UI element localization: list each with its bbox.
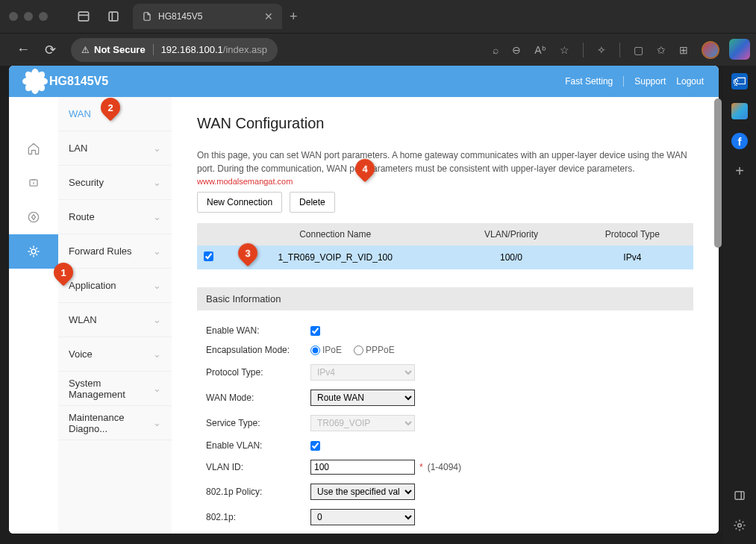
address-bar[interactable]: ⚠ Not Secure 192.168.100.1/index.asp: [71, 38, 278, 62]
service-type-select: TR069_VOIP: [310, 415, 415, 431]
forward-rules-icon[interactable]: [9, 234, 58, 269]
enable-wan-checkbox[interactable]: [310, 326, 320, 336]
nav-security[interactable]: Security⌄: [58, 166, 172, 200]
extensions-icon[interactable]: ✧: [597, 44, 606, 56]
facebook-icon[interactable]: f: [731, 133, 748, 149]
icon-sidebar: [9, 97, 58, 534]
label-vlan-id: VLAN ID:: [206, 462, 310, 472]
split-icon[interactable]: ▢: [634, 44, 643, 56]
route-icon[interactable]: [9, 200, 58, 234]
svg-point-4: [31, 249, 36, 254]
label-protocol-type: Protocol Type:: [206, 367, 310, 378]
sidebar-toggle-icon[interactable]: [76, 9, 91, 24]
content-pane: WAN Configuration On this page, you can …: [172, 97, 719, 534]
nav-lan[interactable]: LAN⌄: [58, 131, 172, 166]
nav-system-management[interactable]: System Management⌄: [58, 372, 172, 406]
nav-maintenance[interactable]: Maintenance Diagno...⌄: [58, 406, 172, 440]
wan-mode-select[interactable]: Route WAN: [310, 390, 415, 406]
fast-setting-link[interactable]: Fast Setting: [565, 76, 613, 87]
page-description: On this page, you can set WAN port param…: [197, 148, 693, 175]
nav-route[interactable]: Route⌄: [58, 200, 172, 234]
page-title: WAN Configuration: [197, 115, 693, 132]
url-path: /index.asp: [223, 44, 267, 55]
back-button[interactable]: ←: [16, 42, 30, 57]
support-link[interactable]: Support: [634, 76, 666, 87]
collections-icon[interactable]: ⊞: [679, 44, 688, 56]
window-controls[interactable]: [9, 12, 48, 21]
page-content: HG8145V5 Fast Setting Support Logout WAN…: [9, 66, 719, 534]
toolbar-actions: ⌕ ⊖ Aᵇ ☆ ✧ ▢ ✩ ⊞ ···: [493, 41, 747, 59]
label-8021p: 802.1p:: [206, 512, 310, 522]
wan-connections-table: Connection Name VLAN/Priority Protocol T…: [197, 223, 693, 269]
browser-tab[interactable]: HG8145V5 ✕: [133, 4, 282, 29]
copilot-icon[interactable]: [729, 39, 750, 60]
basic-info-header: Basic Information: [197, 287, 693, 310]
col-protocol-type: Protocol Type: [572, 223, 693, 246]
page-icon: [142, 11, 152, 22]
svg-point-6: [738, 524, 742, 528]
warning-icon: ⚠: [81, 45, 90, 55]
tab-title: HG8145V5: [158, 11, 202, 22]
zoom-out-icon[interactable]: ⊖: [512, 44, 521, 56]
watermark-text: www.modalsemangat.com: [197, 177, 693, 186]
read-aloud-icon[interactable]: Aᵇ: [534, 44, 546, 56]
logout-link[interactable]: Logout: [676, 76, 704, 87]
refresh-button[interactable]: ⟳: [45, 42, 56, 58]
new-tab-button[interactable]: +: [290, 9, 298, 25]
scrollbar[interactable]: [714, 99, 722, 248]
label-enable-wan: Enable WAN:: [206, 325, 310, 336]
row-select-checkbox[interactable]: [204, 251, 213, 261]
col-connection-name: Connection Name: [219, 223, 451, 246]
label-8021p-policy: 802.1p Policy:: [206, 487, 310, 497]
label-service-type: Service Type:: [206, 418, 310, 428]
nav-application[interactable]: Application⌄: [58, 269, 172, 303]
favorites-bar-icon[interactable]: ✩: [657, 44, 666, 56]
brand-text: HG8145V5: [49, 75, 108, 88]
brand-logo: HG8145V5: [24, 70, 108, 93]
add-sidebar-icon[interactable]: +: [731, 163, 748, 179]
protocol-type-select: IPv4: [310, 364, 415, 381]
enable-vlan-checkbox[interactable]: [310, 441, 320, 451]
home-icon[interactable]: [9, 131, 58, 166]
edge-sidebar: 🏷 f +: [723, 66, 756, 544]
security-label: Not Secure: [94, 44, 154, 55]
nav-voice[interactable]: Voice⌄: [58, 337, 172, 372]
label-encapsulation: Encapsulation Mode:: [206, 345, 310, 355]
svg-point-3: [28, 212, 38, 222]
nav-forward-rules[interactable]: Forward Rules⌄: [58, 234, 172, 269]
table-row[interactable]: 1_TR069_VOIP_R_VID_100 100/0 IPv4: [197, 246, 693, 269]
encap-ipoe-radio[interactable]: [310, 346, 320, 355]
cell-vlan: 100/0: [451, 246, 571, 269]
vlan-id-input[interactable]: [310, 460, 415, 475]
shopping-icon[interactable]: 🏷: [731, 73, 748, 90]
url-host: 192.168.100.1: [161, 44, 223, 55]
profile-avatar[interactable]: [702, 41, 719, 59]
svg-rect-5: [735, 492, 744, 500]
nav-sidebar: WAN LAN⌄ Security⌄ Route⌄ Forward Rules⌄…: [58, 97, 172, 534]
8021p-policy-select[interactable]: Use the specified value: [310, 484, 415, 500]
label-enable-vlan: Enable VLAN:: [206, 440, 310, 451]
cell-protocol: IPv4: [572, 246, 693, 269]
svg-rect-0: [78, 12, 88, 21]
new-connection-button[interactable]: New Connection: [197, 192, 282, 213]
label-wan-mode: WAN Mode:: [206, 393, 310, 403]
security-icon[interactable]: [9, 166, 58, 200]
encap-pppoe-radio[interactable]: [354, 346, 363, 355]
browser-tab-strip: HG8145V5 ✕ +: [0, 0, 756, 33]
8021p-select[interactable]: 0: [310, 509, 415, 525]
router-header: HG8145V5 Fast Setting Support Logout: [9, 66, 719, 97]
key-icon[interactable]: ⌕: [493, 44, 499, 56]
panel-toggle-icon[interactable]: [731, 487, 748, 504]
col-vlan-priority: VLAN/Priority: [451, 223, 571, 246]
settings-icon[interactable]: [731, 517, 748, 534]
office-icon[interactable]: [731, 103, 748, 119]
svg-rect-1: [109, 12, 118, 21]
delete-button[interactable]: Delete: [290, 192, 335, 213]
nav-wlan[interactable]: WLAN⌄: [58, 303, 172, 337]
tab-close-icon[interactable]: ✕: [264, 10, 273, 22]
panel-icon[interactable]: [106, 9, 121, 24]
favorite-icon[interactable]: ☆: [560, 44, 569, 56]
browser-toolbar: ← ⟳ ⚠ Not Secure 192.168.100.1/index.asp…: [0, 33, 756, 66]
